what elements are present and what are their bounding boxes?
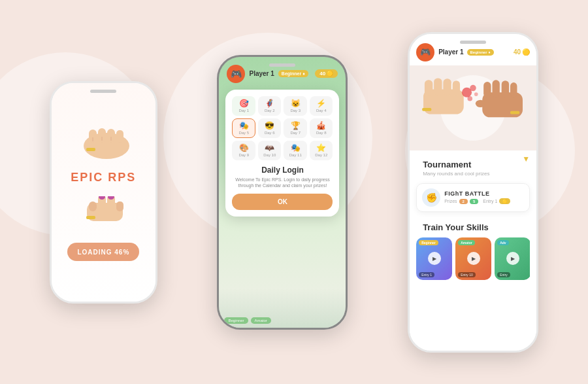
hand-top [71,123,136,159]
beginner-badge-2: Beginner ♦ [278,70,308,77]
fight-battle-info: FIGhT BATTLE Prizes 2 5 Entry 1 🟡 [444,190,510,204]
svg-rect-30 [493,80,500,97]
player-avatar-2: 🎮 [227,65,245,83]
cal-day-5: 🎭 Day 5 [232,118,255,138]
svg-rect-23 [422,108,431,111]
dialog-title: Daily Login [232,166,333,175]
prize-badge-1: 2 [459,199,468,204]
dialog-description: Welcome To Epic RPS. Login to daily prog… [232,177,333,188]
player-avatar-3: 🎮 [416,43,434,61]
svg-rect-14 [116,201,123,211]
cal-day-8: 🎪 Day 8 [310,118,333,138]
skill-play-advanced[interactable]: ▶ [506,252,519,265]
phone-3-content: 🎮 Player 1 Beginner ♦ 40 🟡 [410,34,536,351]
player-name-2: Player 1 [249,70,274,77]
svg-rect-6 [86,148,95,151]
train-title: Train Your Skills [416,217,530,234]
coins-display: 40 🟡 [514,48,530,56]
svg-point-33 [476,99,485,107]
svg-rect-32 [510,82,517,97]
svg-rect-15 [86,216,95,219]
hand-bottom [71,196,136,232]
prize-badge-2: 5 [470,199,478,204]
svg-rect-20 [434,78,442,96]
svg-point-25 [470,84,476,91]
player-name-3: Player 1 [438,48,463,56]
phone-notch-1 [90,90,116,93]
skill-badge-beginner: Beginner [419,240,438,245]
phone-2-bottom: Beginner Amator [219,288,346,328]
phone-notch-3 [460,41,486,44]
cal-day-2: 🦸 Day 2 [258,96,282,116]
cal-day-9: 🎨 Day 9 [232,141,255,160]
skill-card-beginner[interactable]: Beginner ▶ Entry 1 [416,237,452,280]
fist-svg [71,123,136,159]
bottom-tags: Beginner Amator [224,317,270,324]
cal-day-1: 🎯 Day 1 [232,96,255,116]
svg-point-26 [468,96,473,101]
cal-day-12: ⭐ Day 12 [310,141,333,160]
cal-day-7: 🏆 Day 7 [284,118,307,138]
fight-battle-card[interactable]: ✊ FIGhT BATTLE Prizes 2 5 Entry 1 🟡 [416,183,530,212]
svg-rect-29 [483,82,491,97]
ok-button[interactable]: OK [232,194,333,210]
bottom-tag-beginner: Beginner [224,317,248,324]
phone-daily-login: 🎮 Player 1 Beginner ♦ 40 🟡 🎯 Day 1 [217,55,348,330]
scissors-svg [71,196,136,232]
phone-loading: EPIC RPS LOA [50,81,157,304]
svg-rect-21 [444,79,451,96]
cal-day-6: 😎 Day 6 [258,118,282,138]
fight-battle-label: FIGhT BATTLE [444,190,510,197]
hero-hands [410,65,536,150]
prize-badge-entry: 🟡 [499,198,510,204]
skill-card-amator[interactable]: Amator ▶ Entry 10 [455,237,491,280]
hero-area [410,65,536,150]
bottom-tag-amator: Amator [251,317,271,324]
scene: EPIC RPS LOA [0,0,588,384]
skill-card-advanced[interactable]: Adv ▶ Entry [495,237,530,280]
cal-day-4: ⚡ Day 4 [310,96,333,116]
tournament-icon: ✊ [422,188,440,207]
calendar-grid: 🎯 Day 1 🦸 Day 2 😺 Day 3 ⚡ Day 4 [232,96,333,160]
svg-rect-19 [425,80,433,96]
entry-label: Entry 1 [483,199,497,203]
cal-day-11: 🎭 Day 11 [284,141,307,160]
tournament-header: Tournament Many rounds and cool prizes ▼ [410,150,536,183]
phone-main: 🎮 Player 1 Beginner ♦ 40 🟡 [408,32,538,353]
cal-day-10: 🦇 Day 10 [258,141,282,160]
train-section: Train Your Skills Beginner ▶ Entry 1 Ama… [410,212,536,280]
prizes-row: Prizes 2 5 Entry 1 🟡 [444,198,510,204]
svg-rect-5 [116,130,123,143]
tournament-title: Tournament [416,154,496,171]
loading-text: LOADING 46% [77,249,129,256]
skill-badge-amator: Amator [458,240,475,245]
loading-bar: LOADING 46% [67,243,139,261]
skills-grid: Beginner ▶ Entry 1 Amator ▶ Entry 10 Adv… [416,237,530,280]
phone-3-header: 🎮 Player 1 Beginner ♦ 40 🟡 [410,34,536,65]
skill-badge-advanced: Adv [497,240,508,245]
svg-point-27 [474,92,478,96]
prizes-label: Prizes [444,199,457,203]
svg-rect-22 [453,80,460,96]
beginner-badge-3: Beginner ♦ [467,49,494,56]
phone-notch-2 [269,63,295,67]
skill-entry-beginner: Entry 1 [419,272,434,277]
svg-rect-34 [510,111,519,114]
skill-entry-amator: Entry 10 [458,272,476,277]
coins-2: 40 🟡 [315,69,338,78]
game-title: EPIC RPS [71,171,136,184]
phone-1-content: EPIC RPS LOA [52,83,155,302]
daily-login-dialog: 🎯 Day 1 🦸 Day 2 😺 Day 3 ⚡ Day 4 [225,90,339,217]
phone-2-content: 🎮 Player 1 Beginner ♦ 40 🟡 🎯 Day 1 [219,57,346,328]
tournament-subtitle: Many rounds and cool prizes [416,171,496,181]
svg-rect-31 [502,80,509,97]
phone-2-header: 🎮 Player 1 Beginner ♦ 40 🟡 [219,65,346,83]
chevron-down-icon[interactable]: ▼ [522,154,530,164]
svg-rect-13 [89,201,97,211]
hero-hands-svg [411,69,535,147]
skill-play-amator[interactable]: ▶ [467,252,480,265]
skill-play-beginner[interactable]: ▶ [428,252,441,265]
skill-entry-advanced: Entry [497,272,510,277]
cal-day-3: 😺 Day 3 [284,96,307,116]
